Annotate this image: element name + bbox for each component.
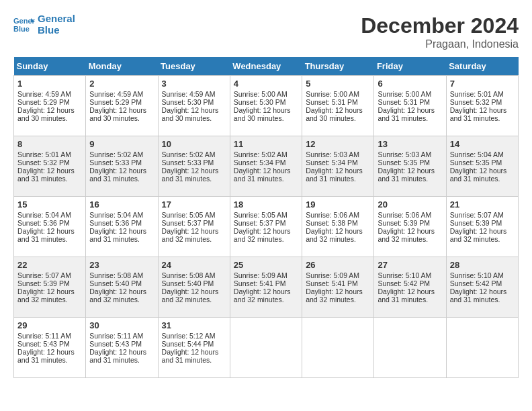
- calendar-cell: 22Sunrise: 5:07 AMSunset: 5:39 PMDayligh…: [14, 257, 86, 318]
- cell-line: Sunset: 5:39 PM: [17, 279, 82, 287]
- day-number: 18: [234, 199, 298, 210]
- day-number: 23: [89, 260, 154, 270]
- cell-line: and 30 minutes.: [162, 114, 226, 122]
- cell-line: and 32 minutes.: [306, 295, 370, 304]
- cell-line: and 32 minutes.: [17, 295, 82, 304]
- cell-line: Sunrise: 5:10 AM: [378, 271, 442, 279]
- day-number: 28: [450, 260, 515, 270]
- cell-line: and 32 minutes.: [162, 295, 226, 304]
- day-number: 31: [162, 320, 226, 330]
- calendar-cell: 14Sunrise: 5:04 AMSunset: 5:35 PMDayligh…: [446, 136, 518, 197]
- day-number: 19: [306, 199, 370, 210]
- day-number: 16: [89, 199, 154, 210]
- calendar-cell: 26Sunrise: 5:09 AMSunset: 5:41 PMDayligh…: [302, 257, 374, 318]
- calendar-cell: 8Sunrise: 5:01 AMSunset: 5:32 PMDaylight…: [14, 136, 86, 197]
- calendar-cell: 31Sunrise: 5:12 AMSunset: 5:44 PMDayligh…: [158, 318, 230, 378]
- calendar-cell: 18Sunrise: 5:05 AMSunset: 5:37 PMDayligh…: [230, 197, 302, 257]
- cell-line: and 32 minutes.: [378, 235, 442, 243]
- cell-line: Sunset: 5:29 PM: [89, 98, 154, 106]
- day-number: 8: [17, 139, 82, 149]
- cell-line: Sunset: 5:36 PM: [17, 219, 82, 227]
- cell-line: Daylight: 12 hours: [162, 167, 226, 175]
- cell-line: Sunrise: 5:08 AM: [162, 271, 226, 279]
- title-block: December 2024 Pragaan, Indonesia: [361, 13, 519, 50]
- cell-line: and 32 minutes.: [162, 235, 226, 243]
- calendar-cell: 25Sunrise: 5:09 AMSunset: 5:41 PMDayligh…: [230, 257, 302, 318]
- cell-line: Sunrise: 5:02 AM: [162, 150, 226, 158]
- day-number: 25: [234, 260, 298, 270]
- cell-line: Daylight: 12 hours: [234, 106, 298, 114]
- cell-line: Sunrise: 4:59 AM: [17, 90, 82, 98]
- calendar-cell: 4Sunrise: 5:00 AMSunset: 5:30 PMDaylight…: [230, 76, 302, 136]
- cell-line: and 31 minutes.: [17, 235, 82, 243]
- day-number: 24: [162, 260, 226, 270]
- weekday-header-sunday: Sunday: [14, 57, 86, 76]
- calendar-cell: 28Sunrise: 5:10 AMSunset: 5:42 PMDayligh…: [446, 257, 518, 318]
- cell-line: Sunset: 5:42 PM: [450, 279, 515, 287]
- cell-line: Daylight: 12 hours: [234, 227, 298, 235]
- cell-line: Daylight: 12 hours: [378, 227, 442, 235]
- calendar-cell: 17Sunrise: 5:05 AMSunset: 5:37 PMDayligh…: [158, 197, 230, 257]
- cell-line: Sunrise: 5:05 AM: [162, 211, 226, 219]
- cell-line: Sunset: 5:32 PM: [17, 158, 82, 167]
- calendar-cell: 16Sunrise: 5:04 AMSunset: 5:36 PMDayligh…: [86, 197, 158, 257]
- calendar-cell: 3Sunrise: 4:59 AMSunset: 5:30 PMDaylight…: [158, 76, 230, 136]
- cell-line: Sunset: 5:43 PM: [17, 340, 82, 348]
- cell-line: and 31 minutes.: [162, 175, 226, 183]
- calendar-cell: [374, 318, 446, 378]
- day-number: 29: [17, 320, 82, 330]
- cell-line: and 30 minutes.: [306, 114, 370, 122]
- day-number: 27: [378, 260, 442, 270]
- cell-line: Sunset: 5:37 PM: [234, 219, 298, 227]
- cell-line: Sunrise: 5:07 AM: [450, 211, 515, 219]
- cell-line: Sunset: 5:41 PM: [234, 279, 298, 287]
- calendar-week-4: 22Sunrise: 5:07 AMSunset: 5:39 PMDayligh…: [14, 257, 519, 318]
- cell-line: Daylight: 12 hours: [306, 167, 370, 175]
- cell-line: Daylight: 12 hours: [162, 227, 226, 235]
- cell-line: Daylight: 12 hours: [378, 106, 442, 114]
- cell-line: Sunrise: 4:59 AM: [89, 90, 154, 98]
- cell-line: Sunset: 5:33 PM: [89, 158, 154, 167]
- cell-line: Sunrise: 5:02 AM: [234, 150, 298, 158]
- cell-line: Daylight: 12 hours: [162, 348, 226, 356]
- cell-line: Daylight: 12 hours: [450, 167, 515, 175]
- cell-line: Daylight: 12 hours: [450, 287, 515, 295]
- cell-line: Sunrise: 4:59 AM: [162, 90, 226, 98]
- calendar-cell: 11Sunrise: 5:02 AMSunset: 5:34 PMDayligh…: [230, 136, 302, 197]
- cell-line: and 31 minutes.: [378, 175, 442, 183]
- cell-line: Daylight: 12 hours: [378, 287, 442, 295]
- calendar-cell: 23Sunrise: 5:08 AMSunset: 5:40 PMDayligh…: [86, 257, 158, 318]
- calendar-table: SundayMondayTuesdayWednesdayThursdayFrid…: [13, 57, 519, 378]
- day-number: 14: [450, 139, 515, 149]
- cell-line: and 31 minutes.: [450, 175, 515, 183]
- calendar-cell: 9Sunrise: 5:02 AMSunset: 5:33 PMDaylight…: [86, 136, 158, 197]
- day-number: 22: [17, 260, 82, 270]
- cell-line: Sunrise: 5:01 AM: [450, 90, 515, 98]
- weekday-header-friday: Friday: [374, 57, 446, 76]
- day-number: 10: [162, 139, 226, 149]
- weekday-header-wednesday: Wednesday: [230, 57, 302, 76]
- month-title: December 2024: [361, 13, 519, 38]
- calendar-cell: [446, 318, 518, 378]
- cell-line: Sunset: 5:44 PM: [162, 340, 226, 348]
- logo-line1: General: [38, 13, 75, 25]
- cell-line: Sunrise: 5:00 AM: [306, 90, 370, 98]
- cell-line: Daylight: 12 hours: [378, 167, 442, 175]
- weekday-header-tuesday: Tuesday: [158, 57, 230, 76]
- logo-line2: Blue: [38, 25, 75, 36]
- cell-line: and 31 minutes.: [89, 175, 154, 183]
- cell-line: and 32 minutes.: [234, 235, 298, 243]
- cell-line: and 31 minutes.: [234, 175, 298, 183]
- cell-line: Sunrise: 5:00 AM: [234, 90, 298, 98]
- cell-line: Sunrise: 5:02 AM: [89, 150, 154, 158]
- day-number: 11: [234, 139, 298, 149]
- cell-line: Sunrise: 5:04 AM: [450, 150, 515, 158]
- calendar-cell: 6Sunrise: 5:00 AMSunset: 5:31 PMDaylight…: [374, 76, 446, 136]
- calendar-cell: 5Sunrise: 5:00 AMSunset: 5:31 PMDaylight…: [302, 76, 374, 136]
- calendar-week-2: 8Sunrise: 5:01 AMSunset: 5:32 PMDaylight…: [14, 136, 519, 197]
- cell-line: Daylight: 12 hours: [89, 167, 154, 175]
- cell-line: Daylight: 12 hours: [306, 106, 370, 114]
- calendar-cell: 30Sunrise: 5:11 AMSunset: 5:43 PMDayligh…: [86, 318, 158, 378]
- page-header: General Blue General Blue December 2024 …: [13, 13, 519, 50]
- day-number: 12: [306, 139, 370, 149]
